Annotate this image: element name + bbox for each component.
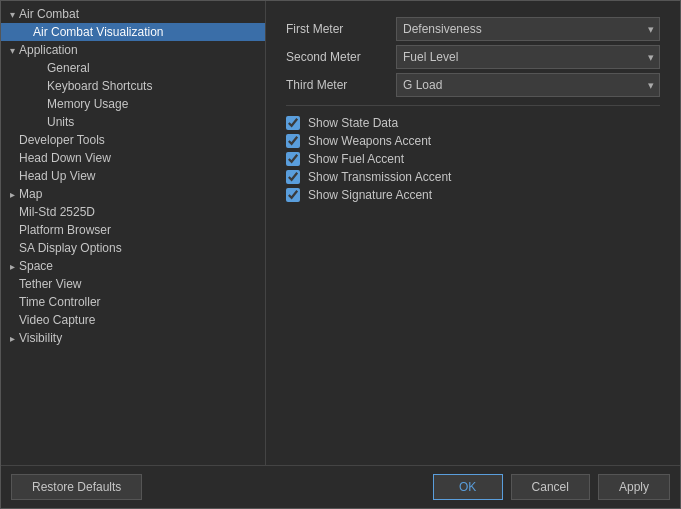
second-meter-row: Second Meter Fuel LevelDefensivenessG Lo… <box>286 45 660 69</box>
sidebar-item-head-up-view[interactable]: Head Up View <box>1 167 265 185</box>
arrow-icon-air-combat: ▾ <box>5 9 19 20</box>
checkbox-show-transmission-accent[interactable] <box>286 170 300 184</box>
sidebar-item-space[interactable]: ▸Space <box>1 257 265 275</box>
sidebar-item-platform-browser[interactable]: Platform Browser <box>1 221 265 239</box>
first-meter-label: First Meter <box>286 22 386 36</box>
checkbox-label-show-state-data[interactable]: Show State Data <box>308 116 398 130</box>
main-inner: First Meter DefensivenessFuel LevelG Loa… <box>286 17 660 449</box>
sidebar-item-visibility[interactable]: ▸Visibility <box>1 329 265 347</box>
arrow-icon-visibility: ▸ <box>5 333 19 344</box>
first-meter-row: First Meter DefensivenessFuel LevelG Loa… <box>286 17 660 41</box>
sidebar-item-air-combat-visualization[interactable]: Air Combat Visualization <box>1 23 265 41</box>
sidebar-item-mil-std-2525d[interactable]: Mil-Std 2525D <box>1 203 265 221</box>
second-meter-label: Second Meter <box>286 50 386 64</box>
third-meter-select-wrapper: G LoadFuel LevelDefensivenessSpeedAltitu… <box>396 73 660 97</box>
first-meter-select-wrapper: DefensivenessFuel LevelG LoadSpeedAltitu… <box>396 17 660 41</box>
checkbox-row-show-weapons-accent: Show Weapons Accent <box>286 132 660 150</box>
sidebar-item-label-head-up-view: Head Up View <box>19 169 265 183</box>
second-meter-select-wrapper: Fuel LevelDefensivenessG LoadSpeedAltitu… <box>396 45 660 69</box>
sidebar-item-label-time-controller: Time Controller <box>19 295 265 309</box>
sidebar-item-label-memory-usage: Memory Usage <box>47 97 265 111</box>
sidebar-item-sa-display-options[interactable]: SA Display Options <box>1 239 265 257</box>
footer-right: OK Cancel Apply <box>433 474 670 500</box>
ok-button[interactable]: OK <box>433 474 503 500</box>
sidebar-item-air-combat[interactable]: ▾Air Combat <box>1 5 265 23</box>
arrow-icon-application: ▾ <box>5 45 19 56</box>
third-meter-row: Third Meter G LoadFuel LevelDefensivenes… <box>286 73 660 97</box>
sidebar-item-label-platform-browser: Platform Browser <box>19 223 265 237</box>
checkbox-row-show-transmission-accent: Show Transmission Accent <box>286 168 660 186</box>
arrow-icon-map: ▸ <box>5 189 19 200</box>
sidebar-item-head-down-view[interactable]: Head Down View <box>1 149 265 167</box>
divider <box>286 105 660 106</box>
sidebar: ▾Air CombatAir Combat Visualization▾Appl… <box>1 1 266 465</box>
cancel-button[interactable]: Cancel <box>511 474 590 500</box>
sidebar-item-label-tether-view: Tether View <box>19 277 265 291</box>
checkbox-label-show-signature-accent[interactable]: Show Signature Accent <box>308 188 432 202</box>
footer: Restore Defaults OK Cancel Apply <box>1 465 680 508</box>
checkbox-show-weapons-accent[interactable] <box>286 134 300 148</box>
checkbox-show-signature-accent[interactable] <box>286 188 300 202</box>
sidebar-item-label-keyboard-shortcuts: Keyboard Shortcuts <box>47 79 265 93</box>
checkbox-show-fuel-accent[interactable] <box>286 152 300 166</box>
sidebar-item-label-units: Units <box>47 115 265 129</box>
sidebar-item-label-space: Space <box>19 259 265 273</box>
main-content: First Meter DefensivenessFuel LevelG Loa… <box>266 1 680 465</box>
third-meter-select[interactable]: G LoadFuel LevelDefensivenessSpeedAltitu… <box>396 73 660 97</box>
checkbox-label-show-weapons-accent[interactable]: Show Weapons Accent <box>308 134 431 148</box>
sidebar-item-general[interactable]: General <box>1 59 265 77</box>
sidebar-item-tether-view[interactable]: Tether View <box>1 275 265 293</box>
sidebar-item-label-map: Map <box>19 187 265 201</box>
first-meter-select[interactable]: DefensivenessFuel LevelG LoadSpeedAltitu… <box>396 17 660 41</box>
checkboxes-container: Show State DataShow Weapons AccentShow F… <box>286 114 660 204</box>
sidebar-item-label-general: General <box>47 61 265 75</box>
sidebar-item-label-developer-tools: Developer Tools <box>19 133 265 147</box>
dialog-content: ▾Air CombatAir Combat Visualization▾Appl… <box>1 1 680 465</box>
checkbox-row-show-state-data: Show State Data <box>286 114 660 132</box>
sidebar-item-video-capture[interactable]: Video Capture <box>1 311 265 329</box>
sidebar-item-label-application: Application <box>19 43 265 57</box>
sidebar-item-label-video-capture: Video Capture <box>19 313 265 327</box>
sidebar-item-label-air-combat: Air Combat <box>19 7 265 21</box>
sidebar-item-label-mil-std-2525d: Mil-Std 2525D <box>19 205 265 219</box>
sidebar-item-label-visibility: Visibility <box>19 331 265 345</box>
sidebar-item-application[interactable]: ▾Application <box>1 41 265 59</box>
sidebar-item-time-controller[interactable]: Time Controller <box>1 293 265 311</box>
checkbox-label-show-fuel-accent[interactable]: Show Fuel Accent <box>308 152 404 166</box>
sidebar-item-developer-tools[interactable]: Developer Tools <box>1 131 265 149</box>
checkbox-show-state-data[interactable] <box>286 116 300 130</box>
second-meter-select[interactable]: Fuel LevelDefensivenessG LoadSpeedAltitu… <box>396 45 660 69</box>
sidebar-item-map[interactable]: ▸Map <box>1 185 265 203</box>
sidebar-item-memory-usage[interactable]: Memory Usage <box>1 95 265 113</box>
sidebar-item-label-air-combat-visualization: Air Combat Visualization <box>33 25 265 39</box>
third-meter-label: Third Meter <box>286 78 386 92</box>
arrow-icon-space: ▸ <box>5 261 19 272</box>
sidebar-item-units[interactable]: Units <box>1 113 265 131</box>
sidebar-item-label-head-down-view: Head Down View <box>19 151 265 165</box>
sidebar-item-label-sa-display-options: SA Display Options <box>19 241 265 255</box>
checkbox-row-show-fuel-accent: Show Fuel Accent <box>286 150 660 168</box>
checkbox-row-show-signature-accent: Show Signature Accent <box>286 186 660 204</box>
settings-dialog: ▾Air CombatAir Combat Visualization▾Appl… <box>0 0 681 509</box>
sidebar-item-keyboard-shortcuts[interactable]: Keyboard Shortcuts <box>1 77 265 95</box>
restore-defaults-button[interactable]: Restore Defaults <box>11 474 142 500</box>
checkbox-label-show-transmission-accent[interactable]: Show Transmission Accent <box>308 170 451 184</box>
apply-button[interactable]: Apply <box>598 474 670 500</box>
